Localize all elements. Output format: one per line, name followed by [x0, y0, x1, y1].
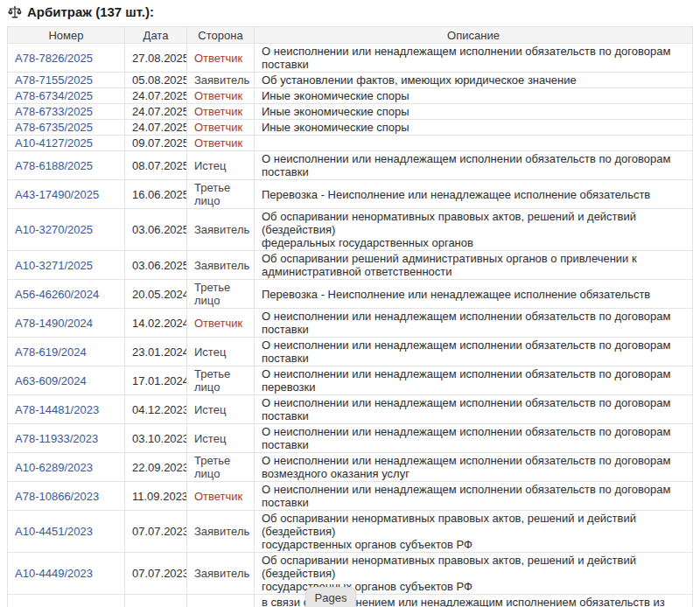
case-party: Ответчик [187, 88, 255, 104]
case-description: Об оспаривании ненормативных правовых ак… [255, 209, 693, 251]
page-title: Арбитраж (137 шт.): [27, 4, 154, 19]
case-description: Иные экономические споры [255, 120, 693, 136]
case-number-link[interactable]: А78-11933/2023 [15, 432, 98, 445]
table-row: А10-3270/202503.06.2025ЗаявительОб оспар… [8, 209, 693, 251]
case-number-link[interactable]: А10-4127/2025 [15, 136, 93, 150]
case-party: Заявитель [187, 73, 255, 88]
case-date: 11.09.2023 [125, 482, 187, 511]
case-date: 09.07.2025 [125, 136, 187, 151]
case-date: 14.02.2024 [125, 309, 187, 338]
case-party: Третье лицо [187, 453, 255, 482]
case-number-link[interactable]: А43-17490/2025 [15, 188, 99, 201]
case-date: 05.08.2025 [125, 73, 187, 88]
case-description [255, 136, 693, 151]
table-row: А78-6735/202524.07.2025ОтветчикИные экон… [8, 120, 693, 136]
pages-overlay-button[interactable]: Pages [305, 587, 356, 607]
table-row: А78-14481/202304.12.2023ИстецО неисполне… [8, 395, 693, 424]
case-number-link[interactable]: А78-7826/2025 [15, 52, 93, 65]
case-number-link[interactable]: А78-619/2024 [15, 345, 87, 359]
case-party: Третье лицо [187, 280, 255, 309]
case-number-link[interactable]: А78-6734/2025 [15, 89, 93, 102]
case-number-cell: А10-6289/2023 [8, 453, 125, 482]
table-row: А63-609/202417.01.2024Третье лицоО неисп… [8, 366, 693, 395]
arbitration-cases-table: Номер Дата Сторона Описание А78-7826/202… [7, 26, 693, 607]
case-date: 16.06.2025 [125, 180, 187, 209]
case-number-cell: А56-46260/2024 [8, 280, 125, 309]
case-description: О неисполнении или ненадлежащем исполнен… [255, 366, 693, 395]
case-number-link[interactable]: А10-3270/2025 [15, 223, 93, 236]
case-number-link[interactable]: А78-1490/2024 [15, 317, 93, 330]
case-number-link[interactable]: А78-10866/2023 [15, 490, 99, 503]
table-row: А78-619/202423.01.2024ИстецО неисполнени… [8, 338, 693, 366]
case-party: Заявитель [187, 511, 255, 553]
case-party: Ответчик [187, 120, 255, 136]
case-party: Ответчик [187, 44, 255, 73]
table-row: А10-4451/202307.07.2023ЗаявительОб оспар… [8, 511, 693, 553]
case-number-cell: А78-11933/2023 [8, 424, 125, 453]
case-description: О неисполнении или ненадлежащем исполнен… [255, 338, 693, 366]
case-number-cell: А10-4449/2023 [8, 553, 125, 595]
table-row: А10-3271/202503.06.2025ЗаявительОб оспар… [8, 251, 693, 280]
case-description: Иные экономические споры [255, 104, 693, 120]
case-date: 24.07.2025 [125, 104, 187, 120]
case-number-link[interactable]: А78-14481/2023 [15, 403, 99, 416]
case-date: 03.06.2025 [125, 209, 187, 251]
case-number-cell: А10-3270/2025 [8, 209, 125, 251]
case-party: Заявитель [187, 553, 255, 595]
case-description: Об оспаривании ненормативных правовых ак… [255, 511, 693, 553]
case-date: 27.08.2025 [125, 44, 187, 73]
case-date: 23.01.2024 [125, 338, 187, 366]
table-row: А56-46260/202420.05.2024Третье лицоПерев… [8, 280, 693, 309]
case-date: 22.09.2023 [125, 453, 187, 482]
case-party: Истец [187, 424, 255, 453]
case-description: О неисполнении или ненадлежащем исполнен… [255, 151, 693, 180]
case-description: Перевозка - Неисполнение или ненадлежаще… [255, 180, 693, 209]
case-party: Истец [187, 338, 255, 366]
case-date: 03.06.2025 [125, 251, 187, 280]
case-date: 07.06.2023 [125, 595, 187, 607]
table-header-row: Номер Дата Сторона Описание [8, 27, 693, 44]
case-number-cell: А78-6735/2025 [8, 120, 125, 136]
case-number-cell: А78-6734/2025 [8, 88, 125, 104]
case-number-cell: А78-619/2024 [8, 338, 125, 366]
case-number-link[interactable]: А78-6735/2025 [15, 121, 93, 134]
table-row: А78-10866/202311.09.2023ОтветчикО неиспо… [8, 482, 693, 511]
case-number-link[interactable]: А78-7155/2025 [15, 73, 93, 87]
column-header-description: Описание [255, 27, 693, 44]
case-number-cell: А78-7826/2025 [8, 44, 125, 73]
table-row: А78-6188/202508.07.2025ИстецО неисполнен… [8, 151, 693, 180]
table-row: А78-1490/202414.02.2024ОтветчикО неиспол… [8, 309, 693, 338]
case-number-link[interactable]: А56-46260/2024 [15, 288, 99, 301]
case-number-link[interactable]: А63-609/2024 [15, 374, 87, 387]
case-date: 07.07.2023 [125, 553, 187, 595]
case-date: 24.07.2025 [125, 88, 187, 104]
column-header-party: Сторона [187, 27, 255, 44]
case-number-cell: А78-6733/2025 [8, 104, 125, 120]
case-description: Перевозка - Неисполнение или ненадлежаще… [255, 280, 693, 309]
case-number-cell: А78-10866/2023 [8, 482, 125, 511]
case-description: О неисполнении или ненадлежащем исполнен… [255, 309, 693, 338]
case-date: 07.07.2023 [125, 511, 187, 553]
table-row: А78-6733/202524.07.2025ОтветчикИные экон… [8, 104, 693, 120]
table-row: А78-6734/202524.07.2025ОтветчикИные экон… [8, 88, 693, 104]
case-number-link[interactable]: А78-6188/2025 [15, 159, 93, 172]
case-party: Третье лицо [187, 366, 255, 395]
case-number-link[interactable]: А10-4449/2023 [15, 567, 93, 580]
case-date: 03.10.2023 [125, 424, 187, 453]
case-number-cell: А78-7155/2025 [8, 73, 125, 88]
case-number-link[interactable]: А78-6733/2025 [15, 105, 93, 118]
case-number-cell: А78-6188/2025 [8, 151, 125, 180]
section-title: Арбитраж (137 шт.): [8, 4, 154, 19]
case-number-link[interactable]: А10-3271/2025 [15, 259, 93, 272]
case-description: О неисполнении или ненадлежащем исполнен… [255, 395, 693, 424]
case-number-cell: А78-6880/2023 [8, 595, 125, 607]
case-date: 04.12.2023 [125, 395, 187, 424]
case-party: Заявитель [187, 209, 255, 251]
case-number-cell: А78-14481/2023 [8, 395, 125, 424]
column-header-date: Дата [125, 27, 187, 44]
table-row: А10-6289/202322.09.2023Третье лицоО неис… [8, 453, 693, 482]
case-party: Ответчик [187, 136, 255, 151]
case-number-link[interactable]: А10-6289/2023 [15, 461, 93, 474]
case-number-link[interactable]: А10-4451/2023 [15, 525, 93, 538]
case-party: Ответчик [187, 309, 255, 338]
